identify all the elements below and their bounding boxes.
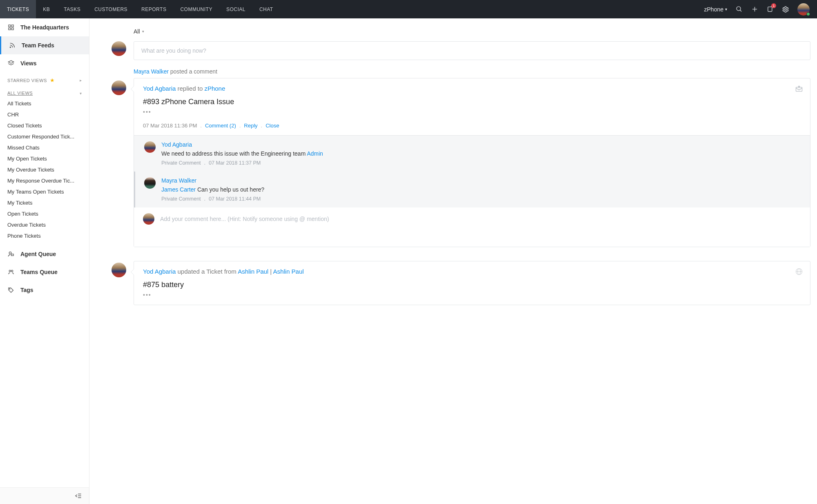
status-online-icon	[806, 12, 810, 16]
comment: Mayra Walker James Carter Can you help u…	[134, 172, 810, 207]
view-item[interactable]: All Tickets	[0, 98, 89, 109]
composer: What are you doing now?	[96, 39, 810, 68]
top-nav: TICKETS KB TASKS CUSTOMERS REPORTS COMMU…	[0, 0, 704, 18]
view-item[interactable]: My Teams Open Tickets	[0, 186, 89, 197]
customer-link[interactable]: Ashlin Paul	[238, 268, 268, 275]
user-link[interactable]: Yod Agbaria	[143, 85, 176, 92]
target-link[interactable]: zPhone	[204, 85, 225, 92]
more-icon[interactable]: •••	[143, 109, 801, 115]
notifications-badge: 1	[771, 3, 776, 8]
mention-link[interactable]: Admin	[307, 150, 323, 157]
avatar	[144, 177, 156, 189]
sidebar-item-team-feeds[interactable]: Team Feeds	[0, 36, 89, 54]
nav-tickets[interactable]: TICKETS	[0, 0, 36, 18]
layers-icon	[7, 60, 15, 67]
tag-icon	[7, 287, 15, 293]
svg-point-17	[11, 270, 13, 272]
section-starred-views[interactable]: STARRED VIEWS ★ ▸	[0, 72, 89, 86]
globe-icon[interactable]	[795, 267, 804, 276]
svg-point-0	[737, 7, 741, 11]
view-item[interactable]: My Overdue Tickets	[0, 164, 89, 175]
svg-point-14	[9, 252, 11, 254]
reply-button[interactable]: Reply	[244, 123, 257, 129]
sidebar-item-label: The Headquarters	[20, 24, 69, 31]
add-comment: Add your comment here... (Hint: Notify s…	[134, 207, 810, 230]
notifications-icon[interactable]: 1	[766, 6, 774, 13]
sidebar-item-teams-queue[interactable]: Teams Queue	[0, 263, 89, 281]
svg-rect-4	[768, 7, 772, 11]
rss-icon	[9, 42, 16, 49]
sidebar-item-label: Agent Queue	[20, 251, 56, 257]
comment-input[interactable]: Add your comment here... (Hint: Notify s…	[160, 216, 801, 222]
top-right: zPhone ▾ 1	[704, 3, 813, 16]
customer-link[interactable]: Ashlin Paul	[273, 268, 304, 275]
svg-rect-10	[9, 28, 11, 30]
nav-community[interactable]: COMMUNITY	[173, 0, 219, 18]
collapse-sidebar-button[interactable]	[0, 488, 89, 504]
sidebar-item-headquarters[interactable]: The Headquarters	[0, 18, 89, 36]
star-icon: ★	[50, 77, 55, 83]
view-item[interactable]: CHR	[0, 109, 89, 120]
nav-chat[interactable]: CHAT	[252, 0, 280, 18]
ticket-title[interactable]: #875 battery	[143, 281, 801, 289]
user-link[interactable]: Yod Agbaria	[143, 268, 176, 275]
sidebar-item-label: Team Feeds	[22, 42, 54, 49]
view-item[interactable]: My Response Overdue Tic...	[0, 175, 89, 186]
nav-tasks[interactable]: TASKS	[57, 0, 87, 18]
comment-button[interactable]: Comment (2)	[205, 123, 236, 129]
svg-rect-9	[11, 25, 13, 27]
ticket-title[interactable]: #893 zPhone Camera Issue	[143, 98, 801, 106]
chevron-down-icon: ▾	[80, 91, 82, 96]
sidebar-item-label: Views	[20, 60, 36, 67]
workspace-selector[interactable]: zPhone ▾	[704, 6, 727, 13]
grid-icon	[7, 24, 15, 31]
avatar[interactable]	[797, 3, 810, 16]
filter-label: All	[134, 28, 140, 35]
view-item[interactable]: My Tickets	[0, 197, 89, 208]
close-button[interactable]: Close	[266, 123, 279, 129]
gear-icon[interactable]	[782, 6, 789, 13]
avatar	[112, 41, 126, 56]
user-link[interactable]: Yod Agbaria	[161, 141, 801, 148]
chevron-down-icon: ▾	[142, 29, 144, 33]
more-icon[interactable]: •••	[143, 292, 801, 298]
feed-filter[interactable]: All ▾	[96, 18, 810, 39]
sidebar-item-views[interactable]: Views	[0, 54, 89, 72]
avatar	[112, 80, 126, 95]
view-item[interactable]: Open Tickets	[0, 208, 89, 219]
search-icon[interactable]	[735, 6, 743, 13]
feed-main: All ▾ What are you doing now? Mayra Walk…	[89, 18, 817, 504]
sidebar-item-agent-queue[interactable]: Agent Queue	[0, 245, 89, 263]
comments-block: Yod Agbaria We need to address this issu…	[134, 135, 810, 247]
view-item[interactable]: Positive Customer Happin...	[0, 241, 89, 245]
nav-kb[interactable]: KB	[36, 0, 57, 18]
add-icon[interactable]	[751, 6, 758, 13]
mention-link[interactable]: James Carter	[161, 186, 196, 193]
timestamp: 07 Mar 2018 11:44 PM	[209, 196, 261, 202]
feed-card: Yod Agbaria updated a Ticket from Ashlin…	[134, 261, 810, 305]
svg-point-16	[9, 270, 11, 272]
mail-out-icon[interactable]	[795, 84, 804, 93]
view-item[interactable]: Customer Responded Tick...	[0, 131, 89, 142]
nav-customers[interactable]: CUSTOMERS	[87, 0, 134, 18]
timestamp: 07 Mar 2018 11:37 PM	[209, 160, 261, 166]
view-item[interactable]: My Open Tickets	[0, 153, 89, 164]
sidebar: The Headquarters Team Feeds Views STARRE…	[0, 18, 89, 504]
user-link[interactable]: Mayra Walker	[161, 177, 801, 184]
svg-rect-11	[11, 28, 13, 30]
svg-point-7	[785, 8, 787, 10]
composer-input[interactable]: What are you doing now?	[134, 41, 810, 60]
nav-social[interactable]: SOCIAL	[219, 0, 252, 18]
view-item[interactable]: Phone Tickets	[0, 230, 89, 241]
comment: Yod Agbaria We need to address this issu…	[134, 136, 810, 172]
svg-line-1	[740, 10, 741, 12]
view-item[interactable]: Closed Tickets	[0, 120, 89, 131]
nav-reports[interactable]: REPORTS	[134, 0, 173, 18]
avatar	[144, 141, 156, 153]
sidebar-item-tags[interactable]: Tags	[0, 281, 89, 299]
collapse-icon	[74, 493, 82, 499]
view-item[interactable]: Overdue Tickets	[0, 219, 89, 230]
view-item[interactable]: Missed Chats	[0, 142, 89, 153]
user-link[interactable]: Mayra Walker	[134, 68, 169, 75]
section-all-views[interactable]: ALL VIEWS ▾	[0, 86, 89, 98]
